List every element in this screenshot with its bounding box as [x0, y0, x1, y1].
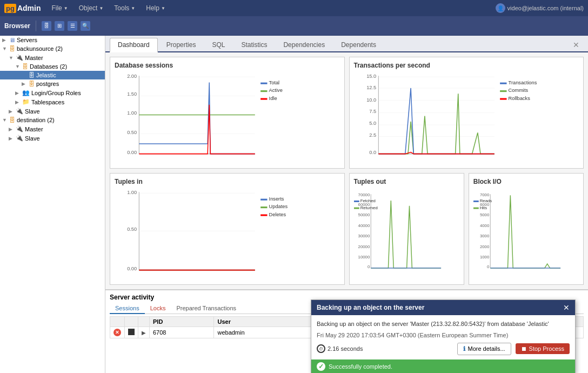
sidebar-item-master1[interactable]: ▼ 🔌 Master — [0, 53, 105, 62]
svg-text:1000: 1000 — [480, 255, 490, 259]
svg-rect-47 — [260, 199, 267, 201]
sidebar-item-postgres[interactable]: ▶ 🗄 postgres — [0, 79, 105, 88]
sidebar-item-jelastic[interactable]: 🗄 Jelastic — [0, 71, 105, 79]
sidebar-item-destination[interactable]: ▼ 🗄 destination (2) — [0, 116, 105, 124]
svg-text:70000: 70000 — [358, 192, 370, 197]
tab-dashboard[interactable]: Dashboard — [110, 38, 158, 52]
sidebar-item-slave1[interactable]: ▶ 🔌 Slave — [0, 106, 105, 116]
svg-text:0.50: 0.50 — [127, 130, 137, 135]
tab-close-btn[interactable]: ✕ — [569, 38, 584, 51]
main-layout: ▶ 🖥 Servers ▼ 🗄 backunsource (2) ▼ 🔌 Mas… — [0, 36, 588, 373]
svg-text:Rollbacks: Rollbacks — [508, 96, 530, 101]
svg-text:Deletes: Deletes — [269, 212, 286, 217]
svg-text:50000: 50000 — [358, 212, 370, 217]
info-icon: ℹ — [463, 345, 465, 352]
svg-text:Inserts: Inserts — [269, 196, 284, 202]
col-pid: PID — [150, 317, 214, 327]
sidebar-item-master2[interactable]: ▶ 🔌 Master — [0, 124, 105, 134]
svg-text:10000: 10000 — [358, 255, 370, 259]
sidebar-item-databases[interactable]: ▼ 🗄 Databases (2) — [0, 62, 105, 71]
svg-rect-14 — [260, 90, 267, 92]
svg-text:Reads: Reads — [479, 198, 492, 203]
right-content: Dashboard Properties SQL Statistics Depe… — [105, 36, 588, 373]
svg-text:0.0: 0.0 — [369, 150, 376, 155]
svg-text:3000: 3000 — [480, 234, 490, 238]
col-user: User — [214, 317, 323, 327]
svg-rect-49 — [260, 207, 267, 208]
svg-rect-37 — [500, 98, 506, 100]
tab-dependencies[interactable]: Dependencies — [276, 38, 332, 51]
sidebar: ▶ 🖥 Servers ▼ 🗄 backunsource (2) ▼ 🔌 Mas… — [0, 36, 105, 373]
dashboard-grid: Database sessions 2.00 1.50 1.00 0.50 0.… — [105, 52, 588, 289]
svg-text:Fetched: Fetched — [360, 198, 375, 203]
app-logo: pg Admin — [4, 4, 41, 13]
row-play-icon: ▶ — [142, 330, 146, 336]
chart-row-2: Tuples out 70000 60000 50000 40000 30000… — [349, 173, 584, 285]
chart-tuples-in-title: Tuples in — [115, 178, 340, 185]
chart-tuples-out-svg: 70000 60000 50000 40000 30000 20000 1000… — [354, 188, 459, 277]
chart-tuples-in: Tuples in 1.00 0.50 0.00 — [110, 173, 345, 285]
chart-block-io: Block I/O 7000 6000 5000 4000 3000 2000 … — [469, 173, 584, 285]
menu-bar: pg Admin File ▼ Object ▼ Tools ▼ Help ▼ … — [0, 0, 588, 16]
svg-text:20000: 20000 — [358, 244, 370, 249]
toolbar: Browser 🗄 ⊞ ☰ 🔍 — [0, 16, 588, 36]
chart-tuples-out: Tuples out 70000 60000 50000 40000 30000… — [349, 173, 464, 285]
popup-timestamp: Fri May 29 2020 17:03:54 GMT+0300 (Easte… — [317, 332, 570, 338]
svg-text:2000: 2000 — [480, 244, 490, 249]
tab-properties[interactable]: Properties — [159, 38, 204, 51]
svg-text:Idle: Idle — [269, 96, 277, 101]
svg-text:0.50: 0.50 — [127, 227, 137, 232]
activity-tab-sessions[interactable]: Sessions — [110, 303, 145, 314]
svg-rect-12 — [260, 83, 267, 84]
chart-block-io-svg: 7000 6000 5000 4000 3000 2000 1000 0 — [473, 188, 579, 277]
menu-help[interactable]: Help ▼ — [142, 2, 170, 14]
svg-text:12.5: 12.5 — [366, 85, 376, 90]
row-user: webadmin — [214, 327, 323, 338]
svg-rect-65 — [354, 208, 359, 209]
svg-text:Total: Total — [269, 80, 280, 85]
popup-timer: ⏱ 2.16 seconds — [317, 344, 363, 353]
popup-message: Backing up an object on the server 'Mast… — [317, 319, 570, 329]
svg-text:Returned: Returned — [360, 205, 377, 210]
list-icon-btn[interactable]: ☰ — [68, 21, 77, 31]
popup-title: Backing up an object on the server — [317, 304, 424, 311]
chart-transactions-svg: 15.0 12.5 10.0 7.5 5.0 2.5 0.0 — [354, 71, 579, 161]
svg-text:5000: 5000 — [480, 212, 490, 217]
chart-db-sessions: Database sessions 2.00 1.50 1.00 0.50 0.… — [110, 57, 345, 169]
svg-text:Transactions: Transactions — [508, 80, 537, 85]
sidebar-item-backunsource[interactable]: ▼ 🗄 backunsource (2) — [0, 44, 105, 53]
chart-tuples-in-area: 1.00 0.50 0.00 Inserts — [115, 188, 340, 277]
popup-body: Backing up an object on the server 'Mast… — [311, 315, 575, 359]
menu-file[interactable]: File ▼ — [47, 2, 72, 14]
content-tabs: Dashboard Properties SQL Statistics Depe… — [105, 36, 588, 52]
tab-sql[interactable]: SQL — [204, 38, 232, 51]
tab-statistics[interactable]: Statistics — [233, 38, 275, 51]
sidebar-item-slave2[interactable]: ▶ 🔌 Slave — [0, 134, 105, 143]
more-details-btn[interactable]: ℹ More details... — [457, 343, 511, 355]
chart-transactions: Transactions per second 15.0 12.5 10.0 7… — [349, 57, 584, 169]
chart-block-io-area: 7000 6000 5000 4000 3000 2000 1000 0 — [473, 188, 579, 277]
menu-object[interactable]: Object ▼ — [75, 2, 108, 14]
svg-text:10.0: 10.0 — [366, 97, 376, 103]
tab-dependents[interactable]: Dependents — [333, 38, 384, 51]
search-icon-btn[interactable]: 🔍 — [81, 21, 90, 31]
svg-text:15.0: 15.0 — [366, 74, 376, 79]
activity-tab-prepared-tx[interactable]: Prepared Transactions — [171, 303, 242, 314]
table-icon-btn[interactable]: ⊞ — [55, 21, 64, 31]
activity-tab-locks[interactable]: Locks — [145, 303, 171, 314]
chart-transactions-title: Transactions per second — [354, 62, 579, 69]
svg-text:2.00: 2.00 — [127, 74, 137, 79]
row-pid: 6708 — [150, 327, 214, 338]
sidebar-item-tablespaces[interactable]: ▶ 📁 Tablespaces — [0, 97, 105, 106]
sidebar-item-servers[interactable]: ▶ 🖥 Servers — [0, 36, 105, 44]
stop-process-btn[interactable]: ⏹ Stop Process — [516, 343, 570, 354]
popup-close-btn[interactable]: ✕ — [563, 303, 570, 312]
svg-text:Updates: Updates — [269, 204, 288, 209]
menu-tools[interactable]: Tools ▼ — [110, 2, 139, 14]
chart-db-sessions-title: Database sessions — [115, 62, 340, 69]
svg-text:1.00: 1.00 — [127, 110, 137, 116]
db-icon-btn[interactable]: 🗄 — [42, 21, 51, 31]
sidebar-item-login-group[interactable]: ▶ 👥 Login/Group Roles — [0, 88, 105, 97]
success-check-icon: ✓ — [317, 362, 325, 371]
chart-tuples-out-title: Tuples out — [354, 178, 459, 185]
